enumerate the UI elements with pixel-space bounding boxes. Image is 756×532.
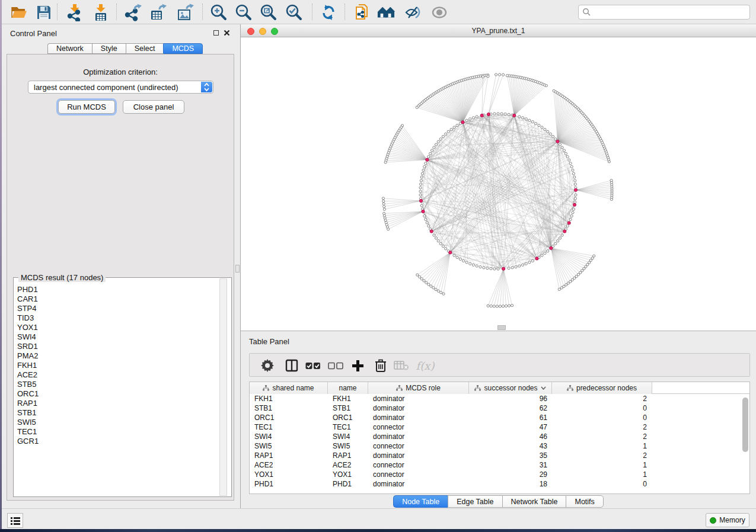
cell: 18 (469, 479, 552, 489)
run-mcds-button[interactable]: Run MCDS (58, 100, 115, 114)
export-table-icon[interactable] (149, 4, 167, 21)
network-graph[interactable] (241, 37, 756, 331)
refresh-icon[interactable] (320, 4, 337, 21)
cell: TEC1 (250, 422, 328, 432)
task-history-button[interactable] (7, 513, 23, 528)
mcds-result-list[interactable]: PHD1CAR1STP4TID3YOX1SWI4SRD1PMA2FKH1ACE2… (14, 285, 231, 496)
tab-motifs[interactable]: Motifs (566, 495, 603, 508)
column-header-predecessor-nodes[interactable]: predecessor nodes (552, 382, 652, 394)
mcds-result-title: MCDS result (17 nodes) (18, 273, 106, 282)
close-panel-icon[interactable] (224, 30, 230, 36)
network-window-titlebar[interactable]: YPA_prune.txt_1 (241, 24, 756, 37)
tab-style[interactable]: Style (92, 43, 126, 54)
mcds-result-item[interactable]: GCR1 (14, 437, 231, 446)
import-table-icon[interactable] (92, 4, 110, 21)
column-header-successor-nodes[interactable]: successor nodes (469, 382, 552, 394)
table-row[interactable]: PHD1PHD1dominator180 (250, 479, 749, 489)
criterion-select[interactable]: largest connected component (undirected) (28, 81, 213, 94)
table-row[interactable]: STB1STB1dominator620 (250, 403, 749, 413)
cell: 29 (469, 470, 552, 479)
cell: 0 (552, 413, 652, 422)
network-overview-icon[interactable] (377, 4, 395, 21)
control-panel-window-buttons (213, 30, 230, 36)
tab-network[interactable]: Network (47, 43, 92, 54)
column-header-name[interactable]: name (328, 382, 368, 394)
table-scrollbar[interactable] (742, 398, 748, 452)
duplicate-network-icon[interactable] (353, 4, 371, 21)
mcds-result-item[interactable]: FKH1 (14, 361, 231, 370)
memory-button[interactable]: Memory (706, 513, 749, 527)
table-row[interactable]: SWI5SWI5connector431 (250, 441, 749, 451)
tab-edge-table[interactable]: Edge Table (448, 495, 502, 508)
mcds-result-item[interactable]: PMA2 (14, 351, 231, 361)
open-file-icon[interactable] (10, 4, 28, 21)
float-panel-icon[interactable] (213, 30, 219, 36)
control-panel-title: Control Panel (10, 29, 57, 38)
cell: 47 (469, 422, 552, 432)
search-input[interactable] (578, 5, 750, 20)
tab-node-table[interactable]: Node Table (393, 495, 448, 508)
cell: dominator (368, 479, 469, 489)
deselect-all-icon[interactable] (328, 358, 343, 373)
table-row[interactable]: TEC1TEC1connector472 (250, 422, 749, 432)
add-icon[interactable] (350, 358, 365, 373)
table-panel-title: Table Panel (249, 337, 289, 346)
mcds-result-item[interactable]: TID3 (14, 313, 231, 323)
table-row[interactable]: FKH1FKH1dominator962 (250, 394, 749, 403)
cell: 35 (469, 451, 552, 460)
tab-select[interactable]: Select (126, 43, 164, 54)
mcds-result-item[interactable]: PHD1 (14, 285, 231, 294)
zoom-out-icon[interactable] (234, 4, 252, 21)
hide-panel-icon[interactable] (404, 4, 422, 21)
mcds-result-item[interactable]: SWI5 (14, 418, 231, 427)
tab-network-table[interactable]: Network Table (502, 495, 566, 508)
mcds-result-item[interactable]: STB1 (14, 408, 231, 418)
delete-table-icon[interactable] (394, 358, 409, 373)
divider-handle[interactable] (235, 265, 240, 273)
show-panel-icon[interactable] (430, 4, 448, 21)
cell: 2 (552, 432, 652, 441)
mcds-result-item[interactable]: SWI4 (14, 332, 231, 342)
zoom-in-icon[interactable] (209, 4, 227, 21)
table-row[interactable]: YOX1YOX1connector291 (250, 470, 749, 479)
table-row[interactable]: ORC1ORC1dominator610 (250, 413, 749, 422)
zoom-fit-icon[interactable] (259, 4, 277, 21)
table-header: shared namenameMCDS rolesuccessor nodesp… (250, 382, 749, 394)
mcds-result-item[interactable]: RAP1 (14, 399, 231, 408)
mcds-result-item[interactable]: YOX1 (14, 323, 231, 332)
mcds-scrollbar[interactable] (219, 278, 227, 496)
cell: 43 (469, 441, 552, 451)
cell: connector (368, 441, 469, 451)
export-image-icon[interactable] (177, 4, 194, 21)
table-row[interactable]: RAP1RAP1dominator352 (250, 451, 749, 460)
cell: SWI5 (328, 441, 368, 451)
columns-icon[interactable] (284, 358, 299, 373)
criterion-value: largest connected component (undirected) (34, 83, 178, 92)
gear-icon[interactable] (260, 358, 275, 373)
table-row[interactable]: SWI4SWI4dominator462 (250, 432, 749, 441)
import-network-icon[interactable] (65, 4, 83, 21)
cell: 2 (552, 394, 652, 403)
column-header-shared-name[interactable]: shared name (250, 382, 328, 394)
mcds-result-item[interactable]: TEC1 (14, 427, 231, 437)
save-session-icon[interactable] (35, 4, 53, 21)
close-panel-button[interactable]: Close panel (123, 100, 184, 114)
zoom-selected-icon[interactable] (285, 4, 302, 21)
mcds-result-item[interactable]: STP4 (14, 304, 231, 313)
mcds-result-item[interactable]: SRD1 (14, 342, 231, 351)
export-network-icon[interactable] (125, 4, 142, 21)
control-panel: Control Panel NetworkStyleSelectMCDS Opt… (2, 24, 240, 508)
mcds-result-item[interactable]: STB5 (14, 380, 231, 389)
cell: FKH1 (250, 394, 328, 403)
mcds-result-item[interactable]: ORC1 (14, 389, 231, 399)
table-row[interactable]: ACE2ACE2connector311 (250, 460, 749, 470)
select-all-icon[interactable] (305, 358, 321, 373)
delete-icon[interactable] (373, 358, 388, 373)
mcds-result-item[interactable]: CAR1 (14, 294, 231, 304)
tab-mcds[interactable]: MCDS (163, 43, 203, 54)
splitter-handle[interactable] (497, 325, 506, 330)
column-header-MCDS-role[interactable]: MCDS role (368, 382, 469, 394)
table-body: FKH1FKH1dominator962STB1STB1dominator620… (250, 394, 749, 489)
cell: RAP1 (328, 451, 368, 460)
mcds-result-item[interactable]: ACE2 (14, 370, 231, 380)
